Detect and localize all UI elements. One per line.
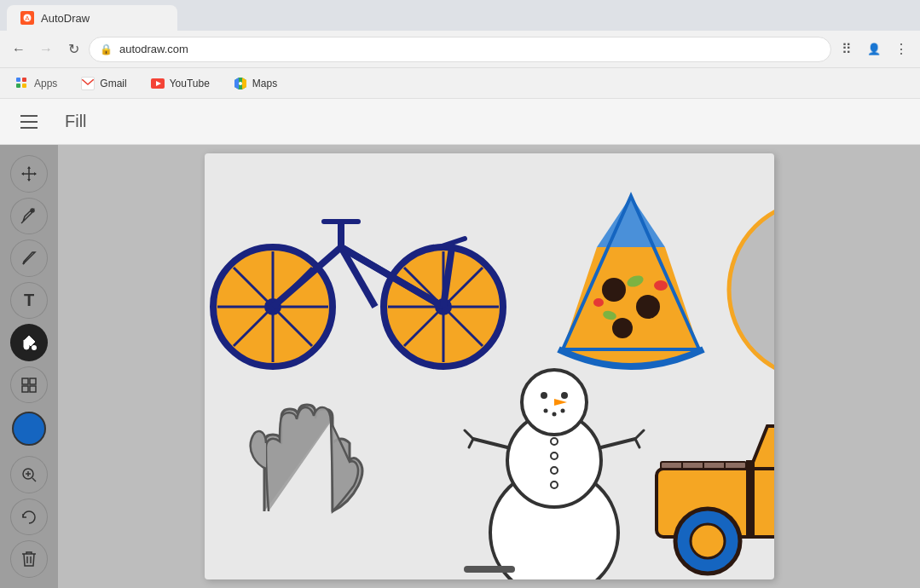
- bookmarks-bar: Apps Gmail YouTube: [0, 68, 920, 99]
- delete-button[interactable]: [10, 540, 48, 578]
- bookmark-gmail[interactable]: Gmail: [76, 73, 131, 94]
- color-picker[interactable]: [12, 412, 46, 446]
- svg-point-51: [593, 298, 604, 307]
- bookmark-youtube[interactable]: YouTube: [146, 74, 215, 93]
- active-tab[interactable]: A AutoDraw: [7, 5, 177, 31]
- zoom-in-button[interactable]: [10, 456, 48, 493]
- youtube-favicon: [151, 78, 165, 89]
- app-title: Fill: [65, 112, 87, 131]
- address-bar[interactable]: 🔒 autodraw.com: [89, 37, 831, 62]
- svg-marker-13: [21, 172, 24, 176]
- shapes-tool[interactable]: [10, 366, 48, 404]
- svg-point-64: [551, 438, 558, 445]
- extensions-button[interactable]: ⠿: [835, 37, 859, 61]
- profile-button[interactable]: 👤: [862, 37, 886, 61]
- bookmark-apps[interactable]: Apps: [10, 73, 62, 94]
- reload-button[interactable]: ↻: [61, 37, 85, 61]
- svg-marker-12: [27, 179, 31, 182]
- text-tool[interactable]: T: [10, 282, 48, 320]
- svg-line-72: [635, 430, 644, 439]
- maps-label: Maps: [252, 78, 277, 89]
- bookmark-maps[interactable]: Maps: [229, 73, 282, 94]
- youtube-label: YouTube: [170, 78, 210, 89]
- svg-point-65: [551, 453, 558, 459]
- svg-point-62: [552, 412, 556, 417]
- svg-rect-21: [22, 386, 28, 392]
- svg-point-61: [543, 409, 547, 413]
- svg-point-67: [551, 481, 558, 488]
- svg-marker-14: [34, 172, 37, 176]
- main-page: T: [0, 99, 920, 588]
- forward-button[interactable]: →: [34, 37, 58, 61]
- svg-line-73: [635, 439, 639, 447]
- svg-line-70: [465, 430, 473, 439]
- undo-button[interactable]: [10, 499, 48, 536]
- gmail-label: Gmail: [100, 78, 126, 89]
- gmail-favicon: [81, 77, 95, 90]
- app-topbar: Fill: [0, 99, 920, 145]
- hamburger-line-2: [20, 121, 38, 123]
- hamburger-line-1: [20, 115, 38, 117]
- url-text: autodraw.com: [119, 43, 188, 55]
- svg-point-58: [541, 392, 547, 399]
- svg-rect-19: [22, 378, 28, 384]
- svg-rect-20: [30, 378, 36, 384]
- browser-toolbar: ← → ↻ 🔒 autodraw.com ⠿ 👤 ⋮: [0, 31, 920, 68]
- scroll-indicator: [464, 566, 515, 573]
- svg-rect-3: [22, 78, 26, 82]
- svg-point-84: [691, 524, 725, 558]
- svg-line-16: [21, 222, 23, 223]
- canvas-area[interactable]: [58, 145, 920, 588]
- apps-favicon: [15, 77, 29, 90]
- svg-marker-7: [156, 81, 161, 86]
- svg-rect-4: [16, 84, 20, 88]
- lock-icon: 🔒: [100, 43, 113, 55]
- svg-point-52: [729, 200, 774, 379]
- tab-bar: A AutoDraw: [0, 0, 920, 31]
- svg-rect-79: [746, 460, 755, 537]
- svg-rect-22: [30, 386, 36, 392]
- hamburger-line-3: [20, 127, 38, 129]
- svg-point-46: [636, 295, 660, 319]
- drawing-canvas[interactable]: [205, 153, 774, 579]
- svg-point-59: [561, 392, 568, 399]
- back-button[interactable]: ←: [7, 37, 31, 61]
- svg-rect-5: [22, 84, 26, 88]
- svg-point-8: [239, 82, 242, 85]
- apps-label: Apps: [34, 78, 57, 89]
- svg-marker-11: [27, 166, 31, 169]
- browser-chrome: A AutoDraw ← → ↻ 🔒 autodraw.com ⠿ 👤 ⋮: [0, 0, 920, 99]
- svg-point-50: [654, 280, 668, 291]
- svg-line-68: [473, 439, 507, 447]
- svg-line-71: [469, 439, 473, 447]
- hamburger-button[interactable]: [14, 108, 44, 135]
- maps-favicon: [234, 77, 247, 90]
- tab-favicon: A: [20, 11, 34, 25]
- menu-button[interactable]: ⋮: [889, 37, 913, 61]
- left-toolbar: T: [0, 145, 58, 588]
- tab-title: AutoDraw: [41, 12, 90, 25]
- move-tool[interactable]: [10, 155, 48, 193]
- svg-line-69: [601, 439, 635, 447]
- svg-text:A: A: [25, 14, 30, 22]
- svg-line-24: [32, 478, 36, 481]
- fill-tool[interactable]: [10, 324, 48, 361]
- autodraw-tool[interactable]: [10, 198, 48, 235]
- svg-point-18: [32, 345, 37, 350]
- svg-point-66: [551, 467, 558, 474]
- svg-point-47: [612, 318, 633, 338]
- svg-rect-2: [16, 78, 20, 82]
- svg-point-63: [560, 409, 564, 413]
- svg-point-45: [602, 278, 626, 302]
- pencil-tool[interactable]: [10, 239, 48, 277]
